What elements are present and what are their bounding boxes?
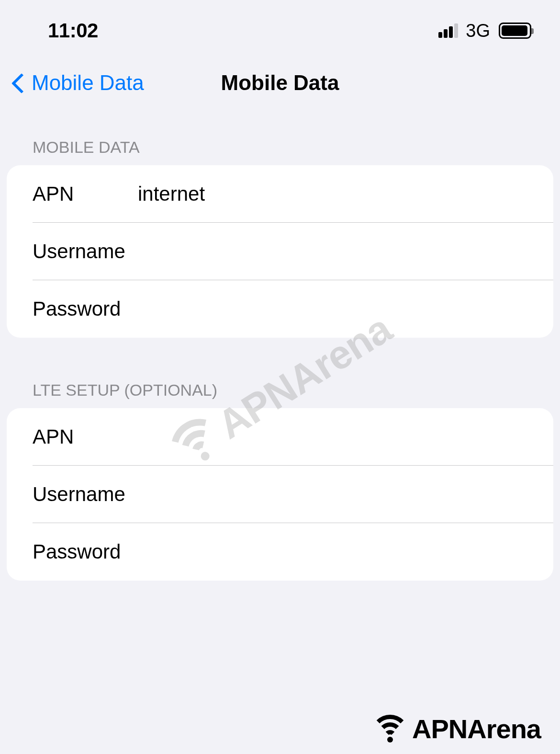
row-mobiledata-username[interactable]: Username bbox=[7, 223, 553, 280]
status-time: 11:02 bbox=[48, 19, 98, 42]
label-username: Username bbox=[33, 240, 138, 263]
row-mobiledata-apn[interactable]: APN bbox=[7, 165, 553, 223]
watermark-bottom: APNArena bbox=[371, 713, 541, 744]
input-lte-password[interactable] bbox=[138, 540, 527, 563]
input-mobiledata-apn[interactable] bbox=[138, 183, 527, 206]
signal-strength-icon bbox=[438, 23, 458, 38]
label-password: Password bbox=[33, 297, 138, 320]
section-group-lte-setup: APN Username Password bbox=[7, 408, 553, 581]
wifi-icon bbox=[371, 715, 409, 743]
status-bar: 11:02 3G bbox=[0, 0, 560, 57]
back-button[interactable]: Mobile Data bbox=[10, 71, 144, 95]
label-username: Username bbox=[33, 483, 138, 506]
watermark-text: APNArena bbox=[412, 713, 541, 744]
chevron-left-icon bbox=[10, 71, 27, 94]
section-group-mobile-data: APN Username Password bbox=[7, 165, 553, 338]
page-title: Mobile Data bbox=[221, 71, 339, 95]
input-mobiledata-username[interactable] bbox=[138, 240, 527, 263]
battery-icon bbox=[499, 23, 531, 39]
status-right: 3G bbox=[438, 21, 531, 41]
navigation-bar: Mobile Data Mobile Data bbox=[0, 57, 560, 114]
row-lte-username[interactable]: Username bbox=[7, 466, 553, 523]
section-header-lte-setup: LTE SETUP (OPTIONAL) bbox=[7, 381, 553, 408]
input-lte-apn[interactable] bbox=[138, 425, 527, 448]
network-type-label: 3G bbox=[466, 21, 490, 41]
label-password: Password bbox=[33, 540, 138, 563]
label-apn: APN bbox=[33, 425, 138, 448]
row-lte-password[interactable]: Password bbox=[7, 523, 553, 581]
back-label: Mobile Data bbox=[32, 71, 144, 95]
input-mobiledata-password[interactable] bbox=[138, 297, 527, 320]
input-lte-username[interactable] bbox=[138, 483, 527, 506]
section-header-mobile-data: MOBILE DATA bbox=[7, 138, 553, 165]
row-mobiledata-password[interactable]: Password bbox=[7, 280, 553, 338]
label-apn: APN bbox=[33, 183, 138, 206]
row-lte-apn[interactable]: APN bbox=[7, 408, 553, 466]
content: MOBILE DATA APN Username Password LTE SE… bbox=[0, 114, 560, 581]
